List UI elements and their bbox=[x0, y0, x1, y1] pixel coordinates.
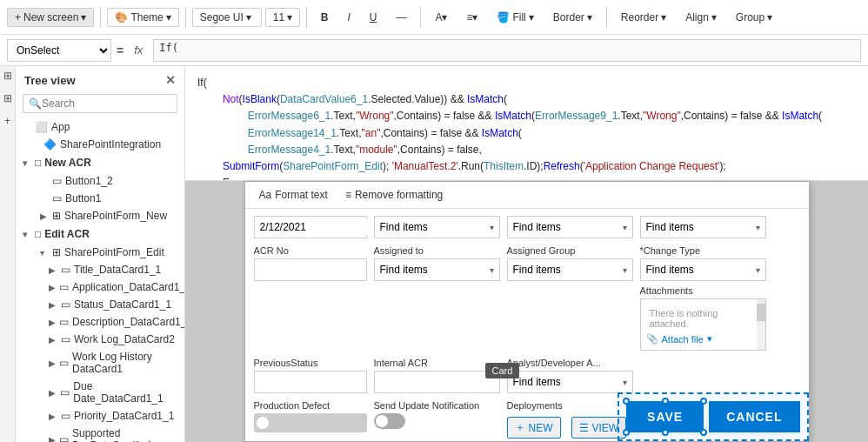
change-type-dropdown[interactable]: Find items ▾ bbox=[640, 258, 766, 281]
italic-label: I bbox=[347, 11, 350, 23]
card-icon: ▭ bbox=[59, 316, 69, 328]
fx-button[interactable]: fx bbox=[129, 42, 148, 58]
dropdown-find-items-3[interactable]: Find items ▾ bbox=[640, 216, 766, 238]
reorder-button[interactable]: Reorder ▾ bbox=[613, 8, 674, 27]
assigned-group-field: Assigned Group Find items ▾ bbox=[507, 245, 633, 351]
theme-button[interactable]: 🎨 Theme ▾ bbox=[107, 8, 178, 27]
equals-sign: = bbox=[117, 44, 124, 57]
form-row-3: PreviousStatus Internal ACR Analyst/Deve… bbox=[245, 354, 809, 397]
fill-button[interactable]: 🪣 Fill ▾ bbox=[489, 8, 541, 27]
border-button[interactable]: Border ▾ bbox=[545, 8, 600, 27]
analyst-field: Analyst/Developer A... Find items ▾ bbox=[507, 358, 633, 393]
card-icon: ▭ bbox=[59, 281, 69, 293]
fill-icon: 🪣 bbox=[497, 11, 510, 23]
tree-label-priority-card: Priority_DataCard1_1 bbox=[74, 410, 174, 422]
chevron-down-icon: ▾ bbox=[756, 265, 760, 275]
deploy-new-button[interactable]: ＋ NEW bbox=[507, 417, 561, 439]
sidebar-item-status-card[interactable]: ▶ ▭ Status_DataCard1_1 bbox=[16, 296, 184, 313]
search-input[interactable] bbox=[42, 97, 172, 110]
chevron-down-icon: ▾ bbox=[756, 223, 760, 232]
prev-status-label: PreviousStatus bbox=[254, 358, 367, 368]
new-icon: ＋ bbox=[515, 420, 525, 435]
font-size-button[interactable]: 11 ▾ bbox=[265, 8, 300, 27]
sidebar-item-button1-2[interactable]: ▭ Button1_2 bbox=[16, 172, 184, 190]
sidebar-item-desc-card[interactable]: ▶ ▭ Description_DataCard1_1 bbox=[16, 313, 184, 331]
formula-input[interactable]: If( bbox=[153, 39, 861, 62]
bold-button[interactable]: B bbox=[313, 8, 337, 27]
code-editor[interactable]: If( Not(IsBlank(DataCardValue6_1.Selecte… bbox=[185, 66, 868, 181]
sidebar-item-sharepoint-form-edit[interactable]: ▾ ⊞ SharePointForm_Edit bbox=[16, 244, 184, 261]
handle-br bbox=[700, 429, 707, 436]
sidebar-item-title-card[interactable]: ▶ ▭ Title_DataCard1_1 bbox=[16, 261, 184, 278]
analyst-dropdown[interactable]: Find items ▾ bbox=[507, 371, 633, 393]
plus-small-icon[interactable]: + bbox=[4, 115, 10, 127]
card-icon: ▭ bbox=[61, 333, 70, 345]
expand-icon[interactable]: ⊞ bbox=[3, 70, 12, 82]
sidebar-item-button1[interactable]: ▭ Button1 bbox=[16, 190, 184, 207]
align-button[interactable]: Align ▾ bbox=[678, 8, 724, 27]
new-screen-button[interactable]: + New screen ▾ bbox=[7, 8, 94, 27]
remove-formatting-button[interactable]: ≡ Remove formatting bbox=[342, 187, 446, 203]
tree-label-desc-card: Description_DataCard1_1 bbox=[72, 316, 184, 328]
italic-button[interactable]: I bbox=[339, 8, 357, 27]
sidebar-item-duedate-card[interactable]: ▶ ▭ Due Date_DataCard1_1 bbox=[16, 378, 184, 407]
send-update-toggle[interactable] bbox=[374, 413, 405, 429]
strikethrough-button[interactable]: — bbox=[388, 8, 414, 27]
sidebar-close-button[interactable]: ✕ bbox=[165, 73, 176, 87]
fill-label: Fill bbox=[512, 11, 525, 23]
form-row-1: 2/12/2021 📅 Find items ▾ Find items ▾ Fi… bbox=[245, 209, 809, 242]
theme-icon: 🎨 bbox=[115, 11, 128, 23]
chevron-down-icon: ▾ bbox=[623, 223, 627, 232]
prod-defect-toggle[interactable] bbox=[254, 413, 367, 432]
send-update-field: Send Update Notification bbox=[374, 400, 500, 439]
assigned-group-value: Find items bbox=[513, 264, 561, 276]
theme-label: Theme bbox=[130, 11, 163, 23]
format-text-button[interactable]: Aa Format text bbox=[256, 187, 331, 203]
sidebar-item-new-acr[interactable]: ▾ □ New ACR bbox=[16, 153, 184, 172]
assigned-to-label: Assigned to bbox=[374, 245, 500, 256]
dropdown-find-items-1[interactable]: Find items ▾ bbox=[374, 216, 500, 238]
tree-label-sp-form-new: SharePointForm_New bbox=[64, 210, 167, 222]
assigned-to-dropdown[interactable]: Find items ▾ bbox=[374, 258, 500, 281]
font-color-button[interactable]: A▾ bbox=[427, 8, 455, 27]
cancel-button[interactable]: CANCEL bbox=[709, 401, 799, 432]
prev-status-input[interactable] bbox=[254, 371, 367, 393]
assigned-to-field: Assigned to Find items ▾ bbox=[374, 245, 500, 351]
sidebar-item-edit-acr[interactable]: ▾ □ Edit ACR bbox=[16, 224, 184, 244]
chevron-down-icon: ▾ bbox=[287, 11, 292, 23]
attach-file-link[interactable]: 📎 Attach file ▾ bbox=[646, 333, 760, 345]
internal-acr-input[interactable] bbox=[374, 371, 500, 393]
expand-icon: ▶ bbox=[49, 412, 57, 421]
handle-tl bbox=[623, 398, 630, 405]
tree-label-sp-integration: SharePointIntegration bbox=[60, 138, 161, 151]
save-button[interactable]: SAVE bbox=[626, 401, 704, 432]
sidebar-item-sharepoint-integration[interactable]: 🔷 SharePointIntegration bbox=[16, 136, 184, 153]
align-text-button[interactable]: ≡▾ bbox=[458, 8, 485, 27]
chevron-down-icon: ▾ bbox=[490, 265, 494, 275]
sidebar-item-app[interactable]: ⬜ App bbox=[16, 118, 184, 136]
group-button[interactable]: Group ▾ bbox=[728, 8, 780, 27]
handle-tc bbox=[662, 398, 669, 405]
expand-icon: ▾ bbox=[23, 230, 31, 239]
sidebar-item-supported-card[interactable]: ▶ ▭ Supported By_DataCard1_1 bbox=[16, 425, 184, 442]
sidebar-item-worklog-card[interactable]: ▶ ▭ Work Log_DataCard2 bbox=[16, 331, 184, 348]
sidebar-item-app-card[interactable]: ▶ ▭ Application_DataCard1_1 bbox=[16, 278, 184, 296]
tree-label-edit-acr: Edit ACR bbox=[44, 228, 90, 240]
attachments-scrollbar[interactable] bbox=[757, 299, 765, 350]
underline-button[interactable]: U bbox=[362, 8, 385, 27]
assigned-group-dropdown[interactable]: Find items ▾ bbox=[507, 258, 633, 281]
bold-label: B bbox=[321, 11, 329, 23]
save-label: SAVE bbox=[647, 410, 683, 424]
font-name-button[interactable]: Segoe UI ▾ bbox=[192, 8, 262, 27]
data-icon[interactable]: ⊞ bbox=[3, 92, 12, 104]
sidebar-item-worklog-hist-card[interactable]: ▶ ▭ Work Log History DataCard1 bbox=[16, 348, 184, 378]
sidebar-search[interactable]: 🔍 bbox=[23, 94, 177, 113]
tree-label-app-card: Application_DataCard1_1 bbox=[72, 281, 184, 293]
date-field[interactable]: 2/12/2021 📅 bbox=[254, 216, 367, 238]
property-select[interactable]: OnSelect bbox=[7, 39, 111, 62]
dropdown-find-items-2[interactable]: Find items ▾ bbox=[507, 216, 633, 238]
assigned-to-value: Find items bbox=[380, 264, 428, 276]
acr-no-input[interactable] bbox=[254, 258, 367, 281]
sidebar-item-priority-card[interactable]: ▶ ▭ Priority_DataCard1_1 bbox=[16, 407, 184, 425]
sidebar-item-sharepoint-form-new[interactable]: ▶ ⊞ SharePointForm_New bbox=[16, 207, 184, 224]
